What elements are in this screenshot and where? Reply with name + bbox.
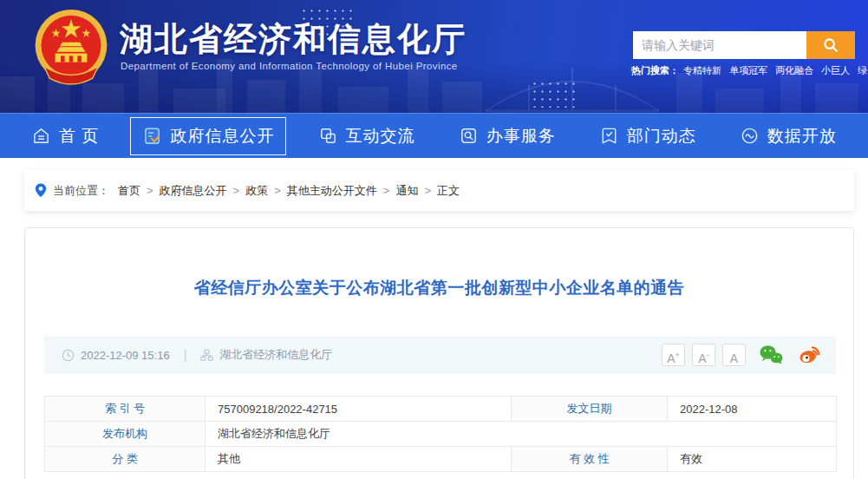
hot-keyword[interactable]: 专精特新	[683, 65, 721, 75]
hot-search-row: 热门搜索： 专精特新 单项冠军 两化融合 小巨人 绿色工厂	[631, 64, 868, 77]
search-icon	[822, 36, 839, 54]
site-header: 湖北省经济和信息化厅 Department of Economy and Inf…	[0, 0, 868, 113]
home-icon	[31, 126, 51, 146]
validity-label: 有 效 性	[512, 447, 668, 472]
breadcrumb-separator: >	[424, 184, 431, 197]
nav-item-department-news[interactable]: 部门动态	[587, 117, 708, 155]
validity-value: 有效	[668, 447, 837, 472]
search-bar	[633, 31, 855, 59]
publisher-value: 湖北省经济和信息化厅	[206, 422, 837, 447]
nav-item-label: 首 页	[59, 125, 99, 148]
article-source: 湖北省经济和信息化厅	[219, 347, 332, 363]
document-meta-table: 索 引 号 757009218/2022-42715 发文日期 2022-12-…	[44, 396, 837, 472]
source-org-icon	[200, 349, 213, 362]
table-row: 分 类 其他 有 效 性 有效	[45, 447, 837, 472]
article-title: 省经信厅办公室关于公布湖北省第一批创新型中小企业名单的通告	[25, 277, 853, 299]
breadcrumb-separator: >	[147, 184, 153, 197]
breadcrumb-item-gov-info[interactable]: 政府信息公开	[160, 183, 227, 199]
hot-search-label: 热门搜索：	[631, 65, 679, 75]
services-search-icon	[459, 126, 479, 146]
nav-item-label: 部门动态	[627, 125, 696, 148]
nav-item-interaction[interactable]: 互动交流	[306, 117, 427, 155]
font-decrease-button[interactable]: A-	[692, 344, 715, 366]
font-normal-button[interactable]: A	[722, 344, 746, 366]
nav-item-label: 政府信息公开	[170, 125, 274, 148]
site-subtitle: Department of Economy and Information Te…	[121, 61, 458, 71]
location-pin-icon	[35, 183, 47, 198]
dot-grid-decoration	[531, 80, 578, 108]
article-card: 省经信厅办公室关于公布湖北省第一批创新型中小企业名单的通告 2022-12-09…	[24, 227, 854, 479]
main-nav: 首 页 政府信息公开 互动交流	[0, 113, 868, 158]
open-data-icon	[740, 126, 760, 146]
issue-date-label: 发文日期	[512, 397, 668, 422]
table-row: 发布机构 湖北省经济和信息化厅	[45, 422, 837, 447]
nav-item-home[interactable]: 首 页	[19, 117, 111, 155]
breadcrumb-separator: >	[383, 184, 390, 197]
nav-item-label: 办事服务	[486, 125, 556, 148]
index-number-label: 索 引 号	[45, 397, 206, 422]
breadcrumb-item-policy[interactable]: 政策	[245, 183, 268, 199]
hot-keyword[interactable]: 单项冠军	[729, 65, 767, 75]
article-meta-left: 2022-12-09 15:16 | 湖北省经济和信息化厅	[62, 347, 332, 363]
publisher-label: 发布机构	[45, 422, 206, 447]
article-meta-right: A+ A- A	[655, 344, 822, 366]
national-emblem-logo	[31, 7, 111, 91]
category-value: 其他	[206, 447, 512, 472]
gov-info-disclosure-icon	[142, 126, 162, 146]
nav-item-services[interactable]: 办事服务	[447, 117, 568, 155]
breadcrumb-item-home[interactable]: 首页	[118, 183, 140, 199]
issue-date-value: 2022-12-08	[668, 397, 837, 422]
font-increase-button[interactable]: A+	[662, 344, 685, 366]
weibo-share-icon[interactable]	[796, 344, 822, 366]
hot-keyword[interactable]: 小巨人	[821, 65, 850, 75]
clock-icon	[62, 349, 75, 362]
nav-item-label: 互动交流	[346, 125, 415, 148]
index-number-value: 757009218/2022-42715	[206, 397, 512, 422]
breadcrumb-label: 当前位置：	[53, 183, 109, 199]
wechat-share-icon[interactable]	[758, 344, 784, 366]
search-input[interactable]	[633, 31, 806, 59]
breadcrumb-separator: >	[274, 184, 281, 197]
search-button[interactable]	[806, 31, 855, 59]
site-title: 湖北省经济和信息化厅	[120, 17, 467, 62]
table-row: 索 引 号 757009218/2022-42715 发文日期 2022-12-…	[45, 397, 837, 422]
breadcrumb-separator: >	[233, 184, 240, 197]
breadcrumb-item-current: 正文	[437, 183, 460, 199]
nav-item-open-data[interactable]: 数据开放	[728, 117, 849, 155]
breadcrumb-item-notice[interactable]: 通知	[395, 183, 418, 199]
breadcrumb: 当前位置： 首页 > 政府信息公开 > 政策 > 其他主动公开文件 > 通知 >…	[24, 170, 854, 211]
page: 湖北省经济和信息化厅 Department of Economy and Inf…	[0, 0, 868, 479]
interaction-icon	[318, 126, 338, 146]
nav-item-gov-info-disclosure[interactable]: 政府信息公开	[130, 117, 286, 155]
hot-keyword[interactable]: 两化融合	[775, 65, 813, 75]
nav-item-label: 数据开放	[767, 125, 837, 148]
department-news-icon	[599, 126, 619, 146]
hot-keyword[interactable]: 绿色工厂	[858, 65, 868, 75]
article-meta-bar: 2022-12-09 15:16 | 湖北省经济和信息化厅 A+ A- A	[44, 336, 836, 374]
publish-time: 2022-12-09 15:16	[81, 349, 170, 362]
meta-divider: |	[184, 348, 187, 362]
category-label: 分 类	[45, 447, 206, 472]
breadcrumb-item-other-docs[interactable]: 其他主动公开文件	[287, 183, 377, 199]
